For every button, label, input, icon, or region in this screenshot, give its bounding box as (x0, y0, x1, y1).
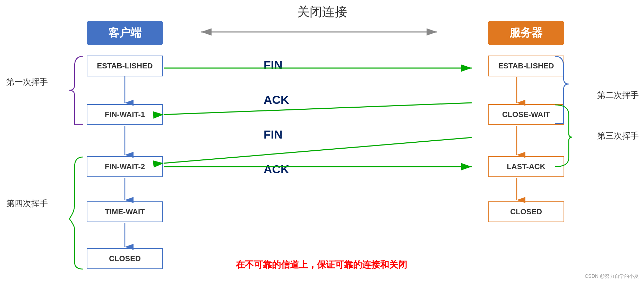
client-header: 客户端 (87, 21, 163, 45)
state-estab-client: ESTAB-LISHED (87, 56, 163, 76)
watermark: CSDN @努力自学的小夏 (585, 273, 639, 280)
third-wave-label: 第三次挥手 (597, 130, 639, 141)
second-wave-label: 第二次挥手 (597, 90, 639, 101)
bottom-message: 在不可靠的信道上，保证可靠的连接和关闭 (236, 259, 407, 271)
state-last-ack: LAST-ACK (488, 156, 564, 177)
state-fin-wait-1: FIN-WAIT-1 (87, 104, 163, 125)
state-time-wait: TIME-WAIT (87, 201, 163, 222)
svg-line-9 (164, 138, 472, 163)
state-fin-wait-2: FIN-WAIT-2 (87, 156, 163, 177)
first-wave-label: 第一次挥手 (6, 76, 48, 88)
server-header: 服务器 (488, 21, 564, 45)
fourth-wave-label: 第四次挥手 (6, 198, 48, 209)
state-closed-server: CLOSED (488, 201, 564, 222)
state-close-wait: CLOSE-WAIT (488, 104, 564, 125)
state-closed-client: CLOSED (87, 248, 163, 269)
diagram-container: 关闭连接 客户端 服务器 ESTAB-LISHED FIN-WAIT-1 FIN… (0, 0, 644, 283)
fin1-label: FIN (264, 58, 283, 72)
ack2-label: ACK (264, 163, 289, 176)
page-title: 关闭连接 (297, 3, 347, 20)
state-estab-server: ESTAB-LISHED (488, 56, 564, 76)
fin2-label: FIN (264, 128, 283, 141)
svg-line-8 (164, 103, 472, 115)
ack1-label: ACK (264, 93, 289, 107)
